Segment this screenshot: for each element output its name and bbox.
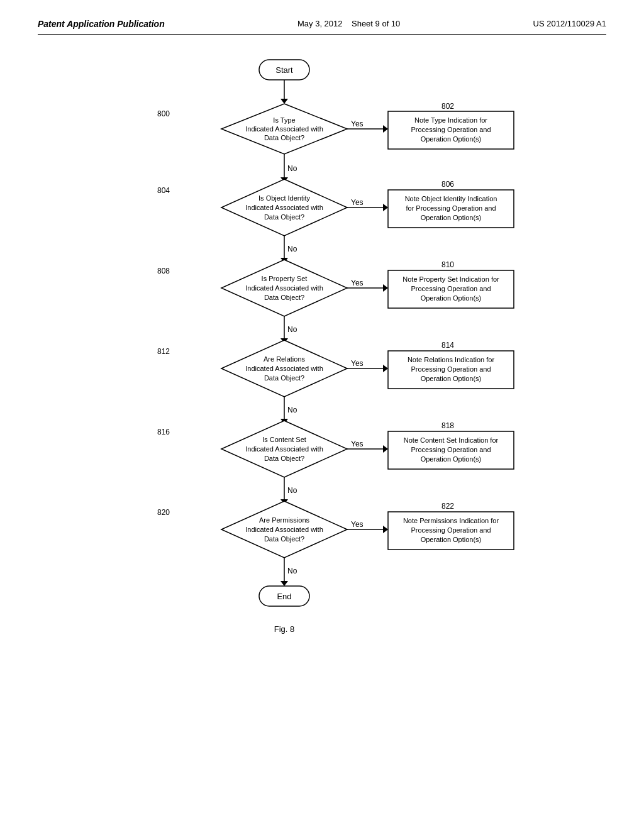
d816-line3: Data Object? (264, 455, 304, 462)
d800-line2: Indicated Associated with (245, 125, 323, 133)
yes-label-800: Yes (351, 119, 364, 128)
label-822: 822 (441, 502, 454, 511)
yes-label-820: Yes (351, 520, 364, 529)
d800-line3: Data Object? (264, 134, 304, 141)
r802-line3: Operation Option(s) (421, 135, 482, 143)
label-820: 820 (157, 508, 170, 517)
page: Patent Application Publication May 3, 20… (0, 0, 644, 830)
yes-label-812: Yes (351, 359, 364, 368)
r810-line2: Processing Operation and (411, 285, 491, 292)
r806-line3: Operation Option(s) (421, 214, 482, 221)
publication-label: Patent Application Publication (38, 19, 165, 29)
r802-line2: Processing Operation and (411, 126, 491, 133)
no-label-808: No (287, 325, 297, 334)
d820-line3: Data Object? (264, 535, 304, 543)
d804-line2: Indicated Associated with (245, 204, 323, 211)
svg-marker-38 (280, 581, 288, 586)
label-806: 806 (441, 180, 454, 189)
r822-line3: Operation Option(s) (421, 536, 482, 543)
diamond-812: 812 Are Relations Indicated Associated w… (157, 340, 347, 397)
diagram-container: Start 800 Is Type Indicated Associated w… (38, 53, 606, 783)
label-814: 814 (441, 341, 454, 350)
rect-802: 802 Note Type Indication for Processing … (388, 102, 514, 149)
diamond-804: 804 Is Object Identity Indicated Associa… (157, 179, 347, 236)
diamond-816: 816 Is Content Set Indicated Associated … (157, 421, 347, 477)
rect-806: 806 Note Object Identity Indication for … (388, 180, 514, 228)
sheet-label: Sheet 9 of 10 (352, 19, 400, 28)
d812-line3: Data Object? (264, 374, 304, 382)
diamond-820: 820 Are Permissions Indicated Associated… (157, 501, 347, 558)
svg-marker-29 (383, 445, 388, 453)
r814-line3: Operation Option(s) (421, 375, 482, 382)
date-sheet-label: May 3, 2012 Sheet 9 of 10 (297, 19, 400, 28)
label-810: 810 (441, 260, 454, 269)
no-label-816: No (287, 486, 297, 495)
diamond-800: 800 Is Type Indicated Associated with Da… (157, 104, 347, 154)
flowchart-svg: Start 800 Is Type Indicated Associated w… (52, 53, 592, 783)
label-812: 812 (157, 347, 170, 356)
r818-line3: Operation Option(s) (421, 455, 482, 463)
label-800: 800 (157, 109, 170, 118)
rect-814: 814 Note Relations Indication for Proces… (388, 341, 514, 389)
no-label-812: No (287, 406, 297, 414)
no-label-820: No (287, 567, 297, 575)
date-label: May 3, 2012 (297, 19, 343, 28)
no-label-804: No (287, 245, 297, 253)
d800-line1: Is Type (273, 116, 295, 124)
svg-marker-2 (280, 99, 288, 104)
svg-marker-5 (383, 125, 388, 133)
fig-label: Fig. 8 (274, 624, 295, 634)
start-label: Start (275, 65, 293, 75)
d820-line2: Indicated Associated with (245, 526, 323, 533)
d816-line2: Indicated Associated with (245, 445, 323, 453)
label-808: 808 (157, 267, 170, 275)
d820-line1: Are Permissions (259, 516, 310, 524)
r810-line3: Operation Option(s) (421, 294, 482, 302)
r818-line2: Processing Operation and (411, 446, 491, 453)
d816-line1: Is Content Set (262, 436, 306, 443)
svg-marker-11 (383, 204, 388, 211)
r818-line1: Note Content Set Indication for (404, 436, 499, 444)
diamond-808: 808 Is Property Set Indicated Associated… (157, 260, 347, 316)
d812-line2: Indicated Associated with (245, 365, 323, 372)
r806-line2: for Processing Operation and (406, 204, 496, 212)
label-804: 804 (157, 186, 170, 195)
rect-818: 818 Note Content Set Indication for Proc… (388, 421, 514, 469)
yes-label-808: Yes (351, 279, 364, 287)
patent-number-label: US 2012/110029 A1 (533, 19, 606, 28)
rect-822: 822 Note Permissions Indication for Proc… (388, 502, 514, 550)
end-label: End (277, 592, 291, 601)
label-816: 816 (157, 428, 170, 436)
d804-line3: Data Object? (264, 213, 304, 221)
rect-810: 810 Note Property Set Indication for Pro… (388, 260, 514, 308)
r802-line1: Note Type Indication for (414, 116, 487, 124)
d804-line1: Is Object Identity (258, 194, 310, 202)
d808-line2: Indicated Associated with (245, 284, 323, 292)
r822-line1: Note Permissions Indication for (403, 517, 499, 524)
r822-line2: Processing Operation and (411, 526, 491, 534)
r810-line1: Note Property Set Indication for (402, 275, 499, 283)
svg-marker-17 (383, 284, 388, 292)
label-802: 802 (441, 102, 454, 111)
page-header: Patent Application Publication May 3, 20… (38, 19, 606, 35)
d808-line3: Data Object? (264, 294, 304, 301)
yes-label-804: Yes (351, 198, 364, 207)
d808-line1: Is Property Set (262, 275, 308, 282)
r806-line1: Note Object Identity Indication (405, 195, 497, 202)
yes-label-816: Yes (351, 440, 364, 448)
svg-marker-23 (383, 365, 388, 372)
no-label-800: No (287, 164, 297, 173)
label-818: 818 (441, 421, 454, 430)
r814-line1: Note Relations Indication for (408, 356, 495, 363)
svg-marker-35 (383, 526, 388, 533)
d812-line1: Are Relations (264, 355, 306, 363)
r814-line2: Processing Operation and (411, 365, 491, 373)
